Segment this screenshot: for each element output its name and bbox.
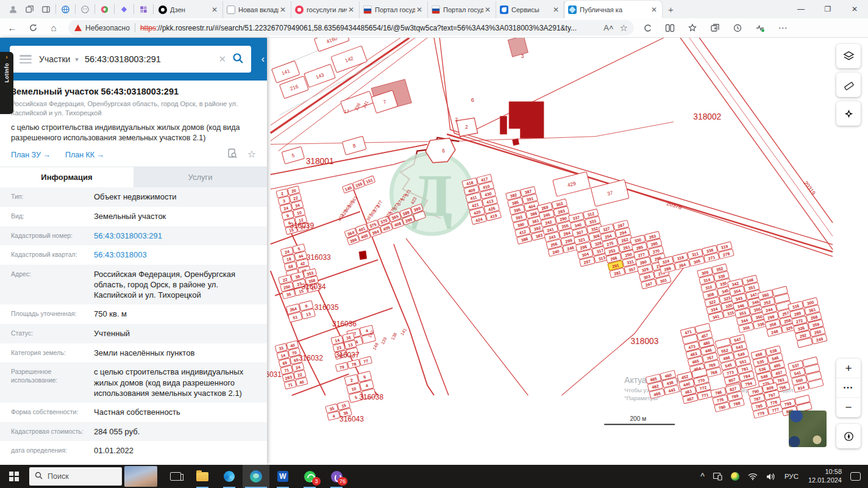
tab-services[interactable]: Услуги xyxy=(133,167,267,187)
tab-close-icon[interactable]: ✕ xyxy=(210,5,219,14)
minimap-satellite-thumbnail[interactable] xyxy=(789,411,827,447)
security-warning-label[interactable]: Небезопасно xyxy=(85,24,130,32)
doc-search-icon[interactable] xyxy=(227,148,238,161)
collections-icon[interactable] xyxy=(706,20,724,36)
extensions-icon[interactable] xyxy=(638,20,656,36)
address-bar[interactable]: Небезопасно https://pkk.rosreestr.ru/#/s… xyxy=(68,20,634,35)
info-row-value[interactable]: 56:43:0318003 xyxy=(93,245,267,265)
url-text[interactable]: https://pkk.rosreestr.ru/#/search/51.223… xyxy=(140,24,597,32)
layers-button[interactable] xyxy=(836,44,861,68)
wifi-icon[interactable] xyxy=(748,473,758,480)
globe-favicon[interactable] xyxy=(60,4,71,15)
tab-information[interactable]: Информация xyxy=(0,167,133,187)
search-icon[interactable] xyxy=(232,52,244,66)
tab-close-icon[interactable]: ✕ xyxy=(650,5,658,14)
clear-search-icon[interactable]: ✕ xyxy=(218,54,226,65)
zoom-in-button[interactable]: + xyxy=(836,359,861,378)
split-screen-icon[interactable] xyxy=(661,20,679,36)
favorite-star-icon[interactable]: ☆ xyxy=(620,23,628,34)
zoom-more-button[interactable]: ••• xyxy=(836,378,861,398)
new-tab-button[interactable]: + xyxy=(662,3,680,16)
search-input[interactable] xyxy=(85,54,213,64)
info-row-value: 750 кв. м xyxy=(93,304,267,324)
start-button[interactable] xyxy=(0,465,28,488)
home-button[interactable]: ⌂ xyxy=(45,20,62,36)
favorite-parcel-star-icon[interactable]: ☆ xyxy=(247,148,256,161)
browser-tab-3[interactable]: госуслуги лич✕ xyxy=(291,1,360,18)
whatsapp-button[interactable]: 3 xyxy=(296,465,323,488)
notification-center-icon[interactable] xyxy=(850,472,861,481)
zoom-out-button[interactable]: − xyxy=(836,398,861,417)
window-close-button[interactable]: ✕ xyxy=(841,0,868,18)
map-building[interactable] xyxy=(513,138,519,145)
info-row-value: Учтенный xyxy=(93,324,267,343)
browser-tab-1[interactable]: Дзен✕ xyxy=(155,1,223,18)
sidebar-icon[interactable] xyxy=(41,4,51,15)
more-menu-icon[interactable]: ⋯ xyxy=(774,20,792,36)
map-building[interactable] xyxy=(359,251,367,260)
map-label-17: 17 xyxy=(344,109,349,114)
profile-icon[interactable] xyxy=(8,4,18,15)
chevron-down-icon[interactable]: ▾ xyxy=(75,56,79,63)
window-minimize-button[interactable]: — xyxy=(788,0,814,18)
browser-tab-5[interactable]: Портал госуда✕ xyxy=(428,1,496,18)
map-building[interactable] xyxy=(500,117,507,134)
tab-stack-icon[interactable] xyxy=(24,4,35,15)
info-row: Статус:Учтенный xyxy=(0,324,267,343)
map-parcel-box[interactable]: 2 xyxy=(455,117,458,123)
tab-close-icon[interactable]: ✕ xyxy=(347,5,355,14)
tray-device-icon[interactable] xyxy=(713,473,722,481)
tab-close-icon[interactable]: ✕ xyxy=(483,5,492,14)
word-icon: W xyxy=(277,471,288,482)
info-row-label: Площадь уточненная: xyxy=(0,304,93,324)
back-button[interactable]: ← xyxy=(4,20,21,36)
browser-tab-2[interactable]: Новая вкладк✕ xyxy=(223,1,291,18)
info-row-value[interactable]: 56:43:0318003:291 xyxy=(93,226,267,246)
task-view-button[interactable] xyxy=(162,465,189,488)
window-maximize-button[interactable]: ❐ xyxy=(814,0,841,18)
read-aloud-icon[interactable]: A˄ xyxy=(603,23,613,32)
tab-close-icon[interactable]: ✕ xyxy=(415,5,424,14)
tab-close-icon[interactable]: ✕ xyxy=(279,5,287,14)
tab-close-icon[interactable]: ✕ xyxy=(552,5,560,14)
ghost-favicon[interactable] xyxy=(80,4,90,15)
info-row-label: Кадастровый номер: xyxy=(0,226,93,246)
tray-antivirus-icon[interactable] xyxy=(731,472,739,481)
diamond-favicon[interactable] xyxy=(119,4,129,15)
taskbar-search-box[interactable]: Поиск xyxy=(29,467,122,486)
colors-favicon[interactable] xyxy=(99,4,110,15)
plan-zu-link[interactable]: План ЗУ → xyxy=(11,151,51,159)
volume-icon[interactable] xyxy=(766,473,775,481)
grid-favicon[interactable] xyxy=(138,4,149,15)
search-category-select[interactable]: Участки xyxy=(39,54,70,64)
browser-essentials-icon[interactable] xyxy=(751,20,769,36)
measure-ruler-button[interactable] xyxy=(836,73,861,97)
word-app-button[interactable]: W xyxy=(269,465,296,488)
clock[interactable]: 10:58 12.01.2024 xyxy=(808,468,842,485)
edge-browser-button[interactable] xyxy=(243,465,269,488)
menu-icon[interactable] xyxy=(20,55,32,63)
map-label-316032: 316032 xyxy=(299,354,323,362)
tray-chevron-icon[interactable]: ^ xyxy=(700,472,705,481)
position-marker-button[interactable] xyxy=(836,101,861,126)
browser-tab-7[interactable]: Публичная ка✕ xyxy=(564,1,662,18)
plan-kk-link[interactable]: План КК → xyxy=(65,151,104,159)
widgets-thumbnail[interactable] xyxy=(124,466,157,487)
map-label-316036: 316036 xyxy=(332,320,357,328)
viber-button[interactable]: 76 xyxy=(323,465,350,488)
clock-time: 10:58 xyxy=(808,468,842,476)
windows-taskbar: Поиск W 3 76 ^ РУС 10:58 12.01.2024 xyxy=(0,465,868,488)
lotinfo-extension-tab[interactable]: › LotInfo xyxy=(0,52,13,114)
refresh-button[interactable] xyxy=(24,20,41,36)
history-icon[interactable] xyxy=(728,20,747,36)
my-location-button[interactable] xyxy=(836,424,861,448)
favorites-icon[interactable] xyxy=(683,20,702,36)
browser-tab-4[interactable]: Портал госуда✕ xyxy=(360,1,428,18)
info-row: Разрешенное использование:с целью строит… xyxy=(0,362,267,402)
file-explorer-button[interactable] xyxy=(189,465,216,488)
collapse-panel-icon[interactable]: ‹ xyxy=(261,54,265,65)
browser-tab-6[interactable]: Сервисы✕ xyxy=(496,1,564,18)
photos-app-button[interactable] xyxy=(216,465,243,488)
language-indicator[interactable]: РУС xyxy=(784,473,799,480)
search-box[interactable]: Участки ▾ ✕ xyxy=(10,46,251,73)
